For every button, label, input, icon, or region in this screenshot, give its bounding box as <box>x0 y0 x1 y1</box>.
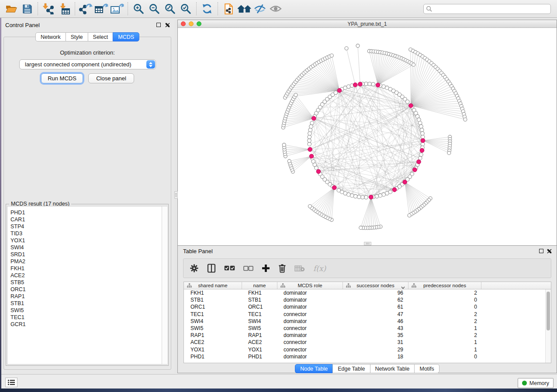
graph-hub-node[interactable] <box>417 160 421 164</box>
graph-node[interactable] <box>371 83 375 86</box>
graph-node[interactable] <box>420 128 424 132</box>
graph-node[interactable] <box>408 213 411 217</box>
tab-network[interactable]: Network <box>35 32 66 41</box>
graph-hub-node[interactable] <box>420 148 424 153</box>
mcds-result-item[interactable]: TID3 <box>10 230 167 237</box>
graph-node[interactable] <box>294 93 298 96</box>
refresh-view-icon[interactable] <box>199 1 215 16</box>
table-scrollbar-thumb[interactable] <box>547 292 550 330</box>
mcds-result-item[interactable]: FKH1 <box>10 265 167 272</box>
add-column-icon[interactable] <box>262 264 270 272</box>
network-window-titlebar[interactable]: YPA_prune.txt_1 <box>178 20 557 28</box>
tab-style[interactable]: Style <box>66 32 88 41</box>
export-table-icon[interactable] <box>93 1 109 16</box>
table-row[interactable]: PHD1PHD1dominator180 <box>184 353 551 360</box>
table-row[interactable]: ACE2ACE2connector311 <box>184 339 551 346</box>
graph-node[interactable] <box>334 91 338 95</box>
memory-button[interactable]: Memory <box>518 378 554 388</box>
hide-selected-icon[interactable] <box>252 1 268 16</box>
graph-node[interactable] <box>361 195 365 199</box>
network-graph[interactable] <box>178 28 557 245</box>
zoom-selected-icon[interactable] <box>178 1 194 16</box>
mcds-result-item[interactable]: PMA2 <box>10 258 167 265</box>
mcds-result-item[interactable]: SWI5 <box>10 307 167 314</box>
graph-node[interactable] <box>353 194 357 198</box>
float-table-panel-icon[interactable] <box>539 249 543 253</box>
zoom-fit-icon[interactable] <box>162 1 178 16</box>
table-row[interactable]: TEC1TEC1connector472 <box>184 311 551 318</box>
mcds-result-item[interactable]: PHD1 <box>10 209 167 216</box>
mcds-result-item[interactable]: ACE2 <box>10 272 167 279</box>
horizontal-splitter-grip[interactable] <box>364 242 371 245</box>
graph-node[interactable] <box>418 156 422 160</box>
table-row[interactable]: RAP1RAP1dominator352 <box>184 332 551 339</box>
table-row[interactable]: YOX1YOX1connector291 <box>184 346 551 353</box>
first-neighbors-icon[interactable] <box>236 1 252 16</box>
mcds-result-item[interactable]: GCR1 <box>10 321 167 328</box>
close-table-panel-icon[interactable] <box>547 249 552 254</box>
graph-node[interactable] <box>308 139 311 143</box>
graph-node[interactable] <box>308 128 312 132</box>
mcds-result-item[interactable]: TEC1 <box>10 314 167 321</box>
graph-hub-node[interactable] <box>337 88 342 93</box>
table-mode-gear-icon[interactable] <box>190 264 199 273</box>
delete-columns-icon[interactable] <box>278 264 286 273</box>
mcds-result-item[interactable]: ORC1 <box>10 286 167 293</box>
graph-node[interactable] <box>382 193 386 196</box>
mcds-result-item[interactable]: RAP1 <box>10 293 167 300</box>
graph-node[interactable] <box>345 47 348 50</box>
graph-hub-node[interactable] <box>309 154 314 158</box>
graph-hub-node[interactable] <box>413 168 417 172</box>
graph-node[interactable] <box>347 85 351 89</box>
column-header-MCDS-role[interactable]: MCDS role <box>277 282 343 289</box>
sort-chevron-icon[interactable] <box>401 285 405 290</box>
graph-node[interactable] <box>287 159 291 163</box>
graph-hub-node[interactable] <box>421 138 425 143</box>
tab-motifs[interactable]: Motifs <box>414 364 439 373</box>
mcds-result-item[interactable]: STP4 <box>10 223 167 230</box>
graph-node[interactable] <box>368 82 372 86</box>
show-columns-icon[interactable] <box>207 264 216 273</box>
graph-node[interactable] <box>447 151 451 155</box>
mcds-result-item[interactable]: STB5 <box>10 279 167 286</box>
graph-node[interactable] <box>405 100 409 104</box>
tab-edge-table[interactable]: Edge Table <box>332 364 370 373</box>
close-panel-icon[interactable] <box>165 23 170 28</box>
graph-node[interactable] <box>282 143 286 147</box>
graph-hub-node[interactable] <box>308 148 312 152</box>
graph-hub-node[interactable] <box>376 83 380 87</box>
tab-node-table[interactable]: Node Table <box>295 364 333 373</box>
search-input[interactable] <box>423 4 551 14</box>
import-table-icon[interactable] <box>56 1 72 16</box>
network-canvas[interactable] <box>178 28 557 245</box>
graph-hub-node[interactable] <box>358 82 363 86</box>
open-file-icon[interactable] <box>3 1 19 16</box>
graph-node[interactable] <box>419 124 423 128</box>
graph-hub-node[interactable] <box>409 103 413 108</box>
table-row[interactable]: FKH1FKH1dominator962 <box>184 289 551 296</box>
mcds-result-item[interactable]: YOX1 <box>10 237 167 244</box>
float-panel-icon[interactable] <box>156 23 161 27</box>
table-row[interactable]: ORC1ORC1dominator610 <box>184 303 551 310</box>
graph-node[interactable] <box>359 226 363 230</box>
graph-node[interactable] <box>308 131 312 135</box>
column-header-name[interactable]: name <box>242 282 277 289</box>
tab-mcds[interactable]: MCDS <box>113 32 139 41</box>
select-all-columns-icon[interactable] <box>224 265 235 271</box>
share-document-icon[interactable] <box>221 1 236 16</box>
column-header-successor-nodes[interactable]: successor nodes <box>343 282 408 289</box>
mcds-list-scrollbar[interactable] <box>162 206 167 364</box>
deselect-all-columns-icon[interactable] <box>243 266 253 271</box>
tab-network-table[interactable]: Network Table <box>370 364 415 373</box>
zoom-out-icon[interactable] <box>146 1 162 16</box>
mcds-result-item[interactable]: CAR1 <box>10 216 167 223</box>
graph-node[interactable] <box>356 44 360 48</box>
graph-node[interactable] <box>310 121 314 125</box>
tab-select[interactable]: Select <box>88 32 114 41</box>
save-session-icon[interactable] <box>19 1 35 16</box>
graph-hub-node[interactable] <box>332 186 337 190</box>
graph-node[interactable] <box>330 54 333 57</box>
graph-node[interactable] <box>378 194 382 198</box>
graph-node[interactable] <box>350 194 354 198</box>
close-panel-button[interactable]: Close panel <box>88 73 134 83</box>
